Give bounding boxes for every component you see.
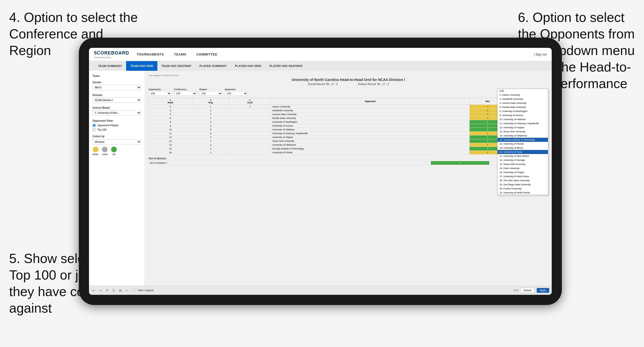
dropdown-item[interactable]: 3. Vanderbilt University: [498, 97, 548, 101]
school-label: School (Rank): [93, 106, 141, 109]
cell-name: Florida State University: [271, 116, 470, 120]
colour-by-select[interactable]: Win/loss: [93, 139, 141, 145]
cell-name: University of Washington: [271, 120, 470, 124]
conference-filter-select[interactable]: (All): [174, 91, 197, 96]
undo-icon[interactable]: ↩: [92, 288, 96, 293]
opponents-filter-select[interactable]: (All): [148, 91, 171, 96]
dropdown-item[interactable]: 18. University of Illinois: [498, 146, 548, 150]
opponents-played-radio[interactable]: [93, 124, 96, 127]
out-of-division-label: Out of division: [148, 157, 548, 160]
cell-name: University of Alabama: [271, 128, 470, 132]
col-opponent: Opponent: [271, 98, 470, 105]
dropdown-item[interactable]: 2. Auburn University: [498, 93, 548, 97]
col-rank: #Rank: [149, 98, 192, 105]
refresh-icon[interactable]: ↺: [105, 288, 109, 293]
table-row: 2 1 1 Auburn University 2 1: [149, 105, 548, 109]
dropdown-item[interactable]: 15. Georgia Institute of Technology: [498, 138, 548, 142]
table-row: 12 3 University of Virginia 1 0: [149, 135, 548, 139]
nav-signout[interactable]: | Sign out: [534, 53, 547, 56]
tab-team-h2h-grid[interactable]: TEAM H2H GRID: [126, 61, 157, 71]
cell-conf: [229, 116, 271, 120]
cell-reg: 2: [192, 109, 229, 113]
nav-items: TOURNAMENTS TEAMS COMMITTEE: [137, 51, 534, 57]
tab-team-h2h-heatmap[interactable]: TEAM H2H HEATMAP: [157, 61, 196, 71]
cell-rank: 13: [149, 139, 192, 143]
view-original: View: Original: [138, 289, 154, 292]
top100-option[interactable]: Top 100: [93, 128, 141, 131]
school-select[interactable]: 1. University of Nort...: [93, 110, 141, 116]
conference-filter: Conference (All): [174, 88, 197, 96]
dropdown-item[interactable]: 6. Florida State University: [498, 105, 548, 109]
grid-icon[interactable]: ⊞: [118, 288, 123, 293]
nav-committee[interactable]: COMMITTEE: [196, 51, 217, 57]
cancel-button[interactable]: Cancel: [520, 288, 535, 293]
cell-reg: 3: [192, 124, 229, 128]
filter-row: Opponents: (All) Conference (All) Region: [148, 88, 548, 96]
out-of-division-table: NCAA Division II 1 0: [148, 161, 548, 165]
legend-level-label: Level: [102, 153, 108, 156]
tab-team-summary[interactable]: TEAM SUMMARY: [94, 61, 126, 71]
dropdown-item[interactable]: 29. San Diego State University: [498, 183, 548, 187]
gender-select[interactable]: Men's: [93, 85, 141, 90]
dropdown-item[interactable]: 14. University of Oklahoma: [498, 134, 548, 138]
dropdown-item[interactable]: 4. Arizona State University: [498, 101, 548, 105]
sub-nav: TEAM SUMMARY TEAM H2H GRID TEAM H2H HEAT…: [89, 61, 552, 71]
table-row: 8 2 University of Washington 1 0: [149, 120, 548, 124]
dropdown-item[interactable]: 21. University of New Mexico: [498, 154, 548, 158]
dropdown-item[interactable]: 12. University of Virginia: [498, 126, 548, 130]
left-panel: Team Gender Men's Division NCAA Division…: [89, 71, 145, 286]
right-content: Last Updated: 4/7/2024 16:55:38 Universi…: [145, 71, 552, 286]
cell-rank: 16: [149, 151, 192, 155]
dropdown-item[interactable]: 24. Duke University: [498, 166, 548, 170]
dropdown-item[interactable]: 8. University of Washington: [498, 109, 548, 113]
region-filter-select[interactable]: (All): [199, 91, 222, 96]
dropdown-item[interactable]: 16. University of Florida: [498, 142, 548, 146]
cell-conf: [229, 143, 271, 147]
cell-conf: [229, 120, 271, 124]
opponent-filter-select[interactable]: (All): [225, 91, 248, 96]
nav-tournaments[interactable]: TOURNAMENTS: [137, 51, 164, 57]
dropdown-item[interactable]: 13. Texas Tech University: [498, 130, 548, 134]
out-cell-name: NCAA Division II: [149, 161, 431, 165]
cell-name: University of Arkansas, Fayetteville: [271, 132, 470, 135]
dropdown-item[interactable]: 30. Purdue University: [498, 187, 548, 191]
clock-icon[interactable]: 🕐: [131, 288, 136, 293]
redo-icon[interactable]: ↪: [98, 288, 103, 293]
cell-name: University of Oklahoma: [271, 143, 470, 147]
dropdown-item[interactable]: 11. University of Arkansas, Fayetteville: [498, 121, 548, 126]
last-updated: Last Updated: 4/7/2024 16:55:38: [148, 74, 548, 77]
top100-radio[interactable]: [93, 128, 96, 131]
opponent-dropdown[interactable]: (All)2. Auburn University3. Vanderbilt U…: [497, 89, 548, 195]
division-select[interactable]: NCAA Division I: [93, 98, 141, 103]
dropdown-item[interactable]: 20. University of Texas: [498, 150, 548, 154]
toolbar-actions: ● W Cancel Apply: [514, 288, 549, 293]
apply-button[interactable]: Apply: [537, 288, 549, 293]
dropdown-item[interactable]: 28. The Ohio State University: [498, 178, 548, 183]
colour-by-section: Colour by Win/loss Down Level: [93, 135, 141, 156]
dropdown-item[interactable]: 25. University of Oregon: [498, 170, 548, 174]
region-filter: Region (All): [199, 88, 222, 96]
nav-teams[interactable]: TEAMS: [174, 51, 186, 57]
tab-player-h2h-heatmap[interactable]: PLAYER H2H HEATMAP: [265, 61, 307, 71]
dropdown-item[interactable]: 10. University of Alabama: [498, 117, 548, 121]
dropdown-item[interactable]: 9. University of Arizona: [498, 113, 548, 117]
division-record: Division Record: 88 - 17 - 0: [358, 83, 389, 86]
dropdown-item[interactable]: (All): [498, 89, 548, 93]
table-row: 11 6 University of Arkansas, Fayettevill…: [149, 132, 548, 135]
legend-down-dot: [93, 147, 98, 152]
tab-player-h2h-grid[interactable]: PLAYER H2H GRID: [231, 61, 265, 71]
dropdown-item[interactable]: 23. Texas A&M University: [498, 162, 548, 166]
cell-name: Arizona State University: [271, 113, 470, 116]
dropdown-item[interactable]: 31. University of North Florida: [498, 191, 548, 195]
cell-rank: 6: [149, 116, 192, 120]
dash-icon[interactable]: —: [125, 288, 129, 293]
dropdown-item[interactable]: 27. University of Notre Dame: [498, 174, 548, 178]
dropdown-item[interactable]: 22. University of Georgia: [498, 158, 548, 162]
main-content: Team Gender Men's Division NCAA Division…: [89, 71, 552, 286]
logo-area: 5COREBOARD Powered by Cloud: [94, 50, 129, 59]
cell-rank: 14: [149, 143, 192, 147]
table-row: 4 1 Arizona State University 5 1: [149, 113, 548, 116]
copy-icon[interactable]: ⎘: [111, 288, 116, 293]
opponents-played-option[interactable]: Opponents Played: [93, 124, 141, 127]
tab-player-summary[interactable]: PLAYER SUMMARY: [196, 61, 231, 71]
